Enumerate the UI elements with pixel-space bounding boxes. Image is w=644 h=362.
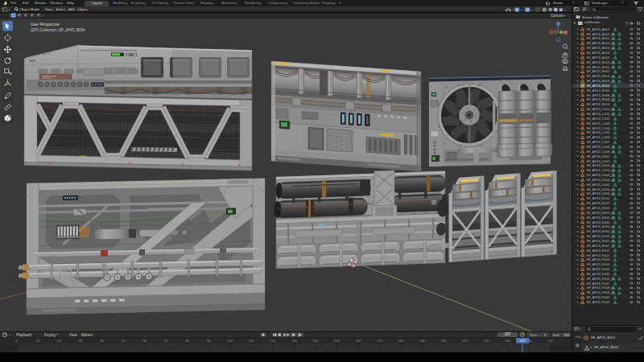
svg-text:SF_AP03_C008_01: SF_AP03_C008_01	[587, 145, 616, 149]
svg-text:30: 30	[79, 339, 83, 343]
svg-text:SF_AP03_A003_02: SF_AP03_A003_02	[587, 46, 616, 50]
svg-text:230: 230	[505, 339, 511, 343]
svg-text:(237) Collection | SF_AP03_B00: (237) Collection | SF_AP03_B004	[31, 28, 85, 32]
svg-text:SF_AP03_C001_01: SF_AP03_C001_01	[587, 107, 616, 111]
svg-text:SF_AP03_E005: SF_AP03_E005	[587, 220, 610, 224]
svg-text:SF_AP03_B014: SF_AP03_B014	[587, 102, 610, 106]
svg-text:SF_AP03_A001: SF_AP03_A001	[587, 27, 610, 31]
svg-text:80: 80	[185, 339, 189, 343]
svg-text:180: 180	[398, 339, 405, 343]
svg-text:SF_AP03_F009: SF_AP03_F009	[587, 295, 610, 299]
svg-text:SF_AP03_D001: SF_AP03_D001	[587, 154, 611, 158]
svg-text:160: 160	[356, 339, 362, 343]
svg-text:120: 120	[270, 339, 276, 343]
svg-text:SF_AP03_D003_01: SF_AP03_D003_01	[587, 163, 616, 167]
svg-text:SF_AP03_F005: SF_AP03_F005	[587, 267, 610, 271]
svg-text:SF_AP03_E007_02: SF_AP03_E007_02	[587, 244, 616, 248]
svg-text:User Perspective: User Perspective	[31, 23, 60, 27]
svg-text:SF_AP03_C008_02: SF_AP03_C008_02	[587, 150, 616, 154]
svg-text:40: 40	[100, 339, 104, 343]
svg-text:SF_AP03_B008_01: SF_AP03_B008_01	[587, 93, 616, 97]
svg-text:SF_AP03_D004_02: SF_AP03_D004_02	[587, 178, 616, 182]
svg-text:SF_AP03_E006_02: SF_AP03_E006_02	[587, 234, 616, 238]
svg-text:SF_AP03_F002: SF_AP03_F002	[587, 253, 610, 257]
svg-text:SF_AP03_D004_01: SF_AP03_D004_01	[587, 173, 616, 177]
svg-text:SF_AP03_A002_02: SF_AP03_A002_02	[587, 36, 616, 40]
svg-text:SF_AP03_F006: SF_AP03_F006	[587, 272, 610, 276]
svg-text:250: 250	[547, 339, 554, 343]
svg-text:SF_AP03_F006_02: SF_AP03_F006_02	[587, 277, 616, 281]
svg-text:FX6-1: FX6-1	[40, 52, 51, 56]
svg-text:150: 150	[334, 339, 341, 343]
svg-text:SF_AP03_A003_01: SF_AP03_A003_01	[587, 41, 616, 45]
svg-text:SF_AP03_C007: SF_AP03_C007	[587, 140, 611, 144]
svg-text:SF_AP03_F004: SF_AP03_F004	[587, 262, 610, 266]
svg-text:SF_AP03_D006_02: SF_AP03_D006_02	[587, 191, 616, 195]
svg-text:SF_AP03_F007: SF_AP03_F007	[587, 282, 610, 286]
svg-text:SF_AP03_E001: SF_AP03_E001	[587, 196, 610, 200]
svg-text:220: 220	[484, 339, 490, 343]
svg-text:SF_AP03_B001_02: SF_AP03_B001_02	[587, 65, 616, 69]
svg-text:110: 110	[249, 339, 254, 343]
svg-text:SF_AP03_F009: SF_AP03_F009	[587, 300, 610, 304]
svg-text:170: 170	[377, 339, 383, 343]
svg-text:SF_AP03_F003: SF_AP03_F003	[587, 257, 610, 261]
svg-text:130: 130	[291, 339, 298, 343]
svg-text:SF_AP03_D003_02: SF_AP03_D003_02	[587, 168, 616, 172]
svg-text:SF_AP03_F008_01: SF_AP03_F008_01	[587, 286, 616, 290]
svg-text:SF_AP03_E005_02: SF_AP03_E005_02	[587, 224, 616, 228]
svg-text:SF_AP03_D002: SF_AP03_D002	[587, 159, 611, 163]
svg-text:SF_AP03_E004_01: SF_AP03_E004_01	[587, 211, 616, 215]
svg-text:210: 210	[462, 339, 469, 343]
svg-text:60: 60	[142, 339, 147, 343]
svg-text:90: 90	[207, 339, 211, 343]
svg-text:SF_AP03_B003_02: SF_AP03_B003_02	[587, 79, 616, 83]
svg-text:10: 10	[36, 339, 40, 343]
svg-text:SF_AP03_D006_01: SF_AP03_D006_01	[587, 187, 616, 191]
svg-text:20: 20	[57, 339, 61, 343]
svg-text:237: 237	[520, 339, 526, 343]
svg-text:SF_AP03_A004: SF_AP03_A004	[587, 51, 610, 55]
svg-text:190: 190	[419, 339, 426, 343]
svg-text:SF_AP03_B001_01: SF_AP03_B001_01	[587, 60, 616, 64]
svg-text:SF_AP03_B008_02: SF_AP03_B008_02	[587, 97, 616, 101]
svg-text:Collection: Collection	[584, 20, 601, 24]
svg-text:SF_AP03_E004_02: SF_AP03_E004_02	[587, 216, 616, 220]
svg-text:140: 140	[312, 339, 319, 343]
svg-text:SF_AP03_C001_02: SF_AP03_C001_02	[587, 112, 616, 116]
svg-text:200: 200	[441, 339, 448, 343]
svg-text:SF_AP03_F001: SF_AP03_F001	[587, 249, 610, 253]
svg-text:SF_AP03_C005: SF_AP03_C005	[587, 130, 611, 134]
svg-text:SF_AP03_E003: SF_AP03_E003	[587, 206, 610, 210]
svg-text:SF_AP03_A002_01: SF_AP03_A002_01	[587, 32, 616, 36]
svg-text:SF_AP03_C006: SF_AP03_C006	[587, 135, 611, 139]
svg-text:SF_AP03_B005: SF_AP03_B005	[587, 88, 610, 93]
svg-text:SF_AP03_E006_01: SF_AP03_E006_01	[587, 229, 616, 233]
svg-text:SF_AP03_F008_02: SF_AP03_F008_02	[587, 290, 616, 294]
svg-text:Scene Collection: Scene Collection	[582, 15, 609, 19]
svg-text:SF_AP03_C003: SF_AP03_C003	[587, 121, 611, 125]
svg-text:SF_AP03_B004: SF_AP03_B004	[587, 84, 610, 88]
svg-text:SF_AP03_C002: SF_AP03_C002	[587, 117, 611, 121]
svg-text:SF_AP03_B002: SF_AP03_B002	[587, 69, 610, 73]
svg-text:50: 50	[122, 339, 126, 343]
svg-text:100: 100	[227, 339, 233, 343]
svg-text:SF_AP03_D005: SF_AP03_D005	[587, 183, 611, 187]
svg-text:70: 70	[164, 339, 168, 343]
svg-text:SF_AP03_A005: SF_AP03_A005	[587, 56, 610, 60]
svg-text:SF_AP03_B003_01: SF_AP03_B003_01	[587, 74, 616, 78]
svg-text:SF_AP03_E002: SF_AP03_E002	[587, 201, 610, 205]
svg-text:SF_AP03_C004: SF_AP03_C004	[587, 126, 611, 130]
svg-text:SF_AP03_E007_01: SF_AP03_E007_01	[587, 239, 616, 243]
